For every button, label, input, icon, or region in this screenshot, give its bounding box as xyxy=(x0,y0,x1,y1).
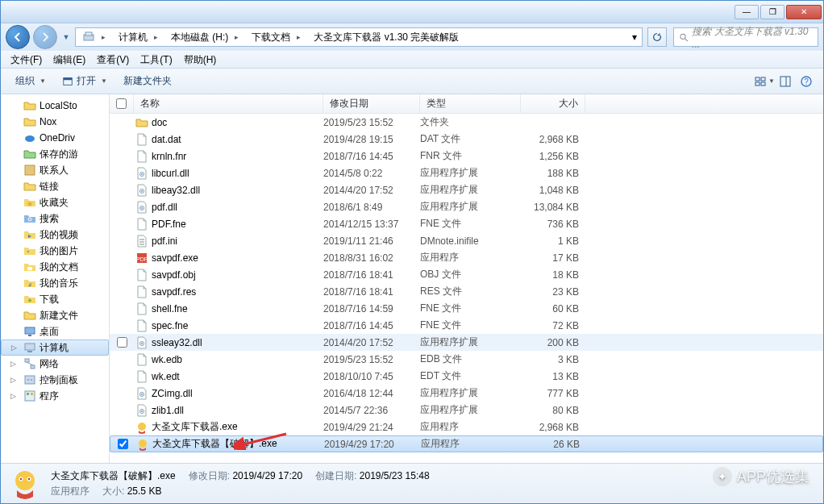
sidebar-item-label: OneDriv xyxy=(40,132,75,144)
column-headers: 名称 修改日期 类型 大小 xyxy=(110,94,823,114)
file-date: 2016/4/18 12:44 xyxy=(323,388,420,399)
menu-edit[interactable]: 编辑(E) xyxy=(48,52,90,69)
new-folder-button[interactable]: 新建文件夹 xyxy=(115,71,180,91)
sidebar-item-0[interactable]: LocalSto xyxy=(1,98,109,114)
close-button[interactable]: ✕ xyxy=(786,5,822,19)
file-row[interactable]: savpdf.obj2018/7/16 18:41OBJ 文件18 KB xyxy=(110,266,823,283)
svg-rect-15 xyxy=(25,165,35,175)
view-options-button[interactable]: ▼ xyxy=(754,72,775,91)
search-input[interactable]: 搜索 大圣文库下载器 v1.30 ... xyxy=(673,27,818,47)
open-button[interactable]: 打开▼ xyxy=(54,71,115,91)
organize-button[interactable]: 组织▼ xyxy=(7,71,54,91)
file-row[interactable]: pdf.ini2019/1/11 21:46DMnote.inifile1 KB xyxy=(110,232,823,249)
file-list[interactable]: doc2019/5/23 15:52文件夹dat.dat2019/4/28 19… xyxy=(110,114,823,463)
file-size: 60 KB xyxy=(521,303,585,314)
sidebar-item-5[interactable]: 链接 xyxy=(1,178,109,194)
column-name[interactable]: 名称 xyxy=(134,94,323,113)
sidebar-item-6[interactable]: 收藏夹 xyxy=(1,194,109,210)
folder-icon xyxy=(23,180,36,193)
file-row[interactable]: dat.dat2019/4/28 19:15DAT 文件2,968 KB xyxy=(110,131,823,148)
forward-button[interactable] xyxy=(33,25,57,49)
file-row[interactable]: savpdf.res2018/7/16 18:41RES 文件23 KB xyxy=(110,283,823,300)
file-row[interactable]: 大圣文库下载器【破解】.exe2019/4/29 17:20应用程序26 KB xyxy=(110,435,823,452)
sidebar-item-11[interactable]: 我的音乐 xyxy=(1,275,109,291)
breadcrumb-seg-2[interactable]: 下载文档▸ xyxy=(245,28,307,46)
file-row[interactable]: spec.fne2018/7/16 14:45FNE 文件72 KB xyxy=(110,317,823,334)
sidebar-item-14[interactable]: 桌面 xyxy=(1,323,109,339)
file-row[interactable]: wk.edt2018/10/10 7:45EDT 文件13 KB xyxy=(110,368,823,385)
tree-expand-icon[interactable]: ▷ xyxy=(11,344,17,352)
maximize-button[interactable]: ❐ xyxy=(760,5,784,19)
sidebar-item-18[interactable]: ▷程序 xyxy=(1,388,109,404)
sidebar-item-label: LocalSto xyxy=(40,100,77,111)
file-icon xyxy=(135,269,148,281)
navigation-sidebar[interactable]: LocalStoNoxOneDriv保存的游联系人链接收藏夹搜索我的视频我的图片… xyxy=(1,94,110,463)
details-size-label: 大小: xyxy=(102,485,124,497)
preview-pane-button[interactable] xyxy=(775,72,796,91)
tree-expand-icon[interactable]: ▷ xyxy=(10,360,16,368)
details-create-value: 2019/5/23 15:48 xyxy=(360,470,430,481)
sidebar-item-16[interactable]: ▷网络 xyxy=(1,356,109,372)
tree-expand-icon[interactable]: ▷ xyxy=(10,376,16,384)
file-size: 2,968 KB xyxy=(521,134,585,145)
file-row[interactable]: pdf.dll2018/6/1 8:49应用程序扩展13,084 KB xyxy=(110,198,823,215)
file-row[interactable]: zlib1.dll2014/5/7 22:36应用程序扩展80 KB xyxy=(110,402,823,419)
file-row[interactable]: 大圣文库下载器.exe2019/4/29 21:24应用程序2,968 KB xyxy=(110,419,823,435)
tree-expand-icon[interactable]: ▷ xyxy=(10,392,16,400)
sidebar-item-2[interactable]: OneDriv xyxy=(1,130,109,146)
column-checkbox[interactable] xyxy=(110,94,134,113)
menu-file[interactable]: 文件(F) xyxy=(6,52,47,69)
sidebar-item-13[interactable]: 新建文件 xyxy=(1,307,109,323)
back-button[interactable] xyxy=(6,25,30,49)
file-row[interactable]: wk.edb2019/5/23 15:52EDB 文件3 KB xyxy=(110,351,823,368)
file-checkbox[interactable] xyxy=(118,439,128,449)
svg-point-48 xyxy=(141,410,143,412)
sidebar-item-15[interactable]: ▷计算机 xyxy=(1,339,109,356)
sidebar-item-7[interactable]: 搜索 xyxy=(1,210,109,227)
column-date[interactable]: 修改日期 xyxy=(323,94,420,113)
sidebar-item-8[interactable]: 我的视频 xyxy=(1,227,109,243)
file-row[interactable]: libeay32.dll2014/4/20 17:52应用程序扩展1,048 K… xyxy=(110,181,823,198)
address-dropdown[interactable]: ▾ xyxy=(627,28,642,46)
sidebar-item-4[interactable]: 联系人 xyxy=(1,162,109,178)
file-row[interactable]: PDF.fne2014/12/15 13:37FNE 文件736 KB xyxy=(110,215,823,232)
nav-history-dropdown[interactable]: ▼ xyxy=(60,27,72,48)
file-row[interactable]: krnln.fnr2018/7/16 14:45FNR 文件1,256 KB xyxy=(110,148,823,165)
sidebar-item-10[interactable]: 我的文档 xyxy=(1,259,109,275)
sidebar-item-label: 我的音乐 xyxy=(40,277,78,290)
onedrive-icon xyxy=(23,131,36,144)
column-type[interactable]: 类型 xyxy=(420,94,521,113)
file-row[interactable]: ZCimg.dll2016/4/18 12:44应用程序扩展777 KB xyxy=(110,385,823,402)
select-all-checkbox[interactable] xyxy=(116,98,127,109)
file-row[interactable]: doc2019/5/23 15:52文件夹 xyxy=(110,114,823,131)
file-row[interactable]: libcurl.dll2014/5/8 0:22应用程序扩展188 KB xyxy=(110,165,823,181)
menu-help[interactable]: 帮助(H) xyxy=(179,52,222,69)
sidebar-item-12[interactable]: 下载 xyxy=(1,291,109,307)
menu-tools[interactable]: 工具(T) xyxy=(135,52,177,69)
exe-red-icon: PDF xyxy=(135,252,148,264)
sidebar-item-3[interactable]: 保存的游 xyxy=(1,146,109,162)
refresh-button[interactable] xyxy=(647,27,667,47)
help-button[interactable]: ? xyxy=(796,72,817,91)
breadcrumb-seg-3[interactable]: 大圣文库下载器 v1.30 完美破解版 xyxy=(307,28,462,46)
menu-view[interactable]: 查看(V) xyxy=(92,52,134,69)
file-row[interactable]: ssleay32.dll2014/4/20 17:52应用程序扩展200 KB xyxy=(110,334,823,351)
file-name: 大圣文库下载器【破解】.exe xyxy=(152,437,277,451)
address-bar[interactable]: ▸ 计算机▸ 本地磁盘 (H:)▸ 下载文档▸ 大圣文库下载器 v1.30 完美… xyxy=(75,27,643,47)
sidebar-item-9[interactable]: 我的图片 xyxy=(1,243,109,259)
file-type: FNR 文件 xyxy=(420,149,521,163)
file-row[interactable]: shell.fne2018/7/16 14:59FNE 文件60 KB xyxy=(110,300,823,317)
sidebar-item-1[interactable]: Nox xyxy=(1,114,109,130)
svg-rect-1 xyxy=(85,32,92,35)
file-row[interactable]: PDFsavpdf.exe2018/8/31 16:02应用程序17 KB xyxy=(110,249,823,266)
breadcrumb-root-icon[interactable]: ▸ xyxy=(76,28,112,46)
column-size[interactable]: 大小 xyxy=(521,94,585,113)
file-type: EDT 文件 xyxy=(420,369,521,383)
file-checkbox[interactable] xyxy=(117,337,127,348)
nav-bar: ▼ ▸ 计算机▸ 本地磁盘 (H:)▸ 下载文档▸ 大圣文库下载器 v1.30 … xyxy=(1,23,823,51)
sidebar-item-17[interactable]: ▷控制面板 xyxy=(1,372,109,388)
minimize-button[interactable]: — xyxy=(735,5,759,19)
desktop-icon xyxy=(23,325,36,338)
breadcrumb-seg-0[interactable]: 计算机▸ xyxy=(112,28,164,46)
breadcrumb-seg-1[interactable]: 本地磁盘 (H:)▸ xyxy=(164,28,245,46)
